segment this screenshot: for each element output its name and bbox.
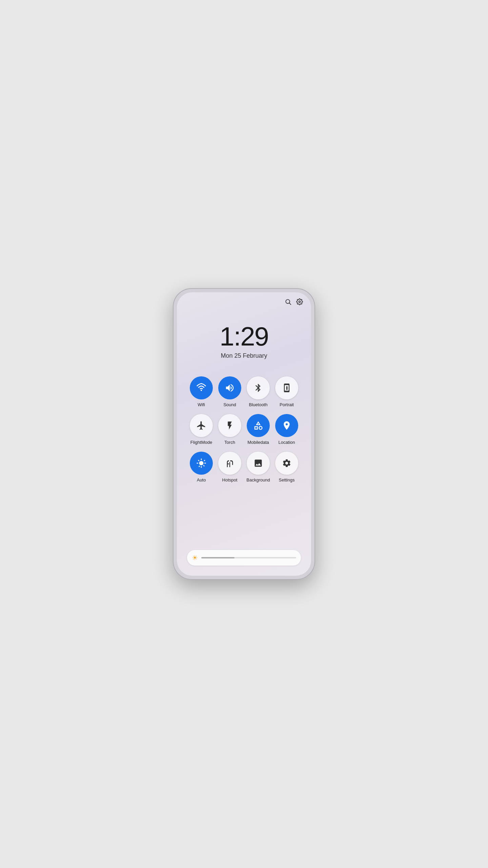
quick-tiles: Wifi Sound	[177, 366, 311, 543]
flightmode-label: FlightMode	[190, 440, 212, 445]
svg-line-1	[289, 303, 291, 305]
tile-row-3: Auto Hotspot	[187, 452, 301, 482]
sound-icon-circle	[218, 376, 241, 399]
tile-mobiledata[interactable]: Mobiledata	[245, 414, 272, 445]
tile-wifi[interactable]: Wifi	[188, 376, 215, 407]
hotspot-icon-circle	[218, 452, 241, 475]
tile-flightmode[interactable]: FlightMode	[188, 414, 215, 445]
tile-settings[interactable]: Settings	[273, 452, 300, 482]
portrait-label: Portrait	[280, 402, 294, 407]
tile-row-1: Wifi Sound	[187, 376, 301, 407]
gear-icon[interactable]	[296, 298, 303, 307]
mobiledata-label: Mobiledata	[247, 440, 269, 445]
tile-background[interactable]: Background	[245, 452, 272, 482]
wifi-label: Wifi	[198, 402, 205, 407]
background-label: Background	[246, 477, 270, 482]
settings-icon-circle	[275, 452, 298, 475]
search-icon[interactable]	[285, 298, 291, 307]
brightness-fill	[201, 557, 235, 558]
brightness-section: ☀	[177, 543, 311, 576]
svg-point-2	[299, 301, 301, 303]
settings-label: Settings	[279, 477, 295, 482]
clock-date: Mon 25 February	[221, 352, 267, 359]
hotspot-label: Hotspot	[222, 477, 238, 482]
flightmode-icon-circle	[190, 414, 213, 437]
brightness-sun-icon: ☀	[192, 554, 198, 562]
location-icon-circle	[275, 414, 298, 437]
phone-screen: 1:29 Mon 25 February Wifi	[177, 292, 311, 576]
tile-hotspot[interactable]: Hotspot	[216, 452, 243, 482]
brightness-bar[interactable]: ☀	[187, 550, 301, 566]
tile-location[interactable]: Location	[273, 414, 300, 445]
location-label: Location	[278, 440, 295, 445]
tile-bluetooth[interactable]: Bluetooth	[245, 376, 272, 407]
auto-label: Auto	[197, 477, 206, 482]
tile-portrait[interactable]: Portrait	[273, 376, 300, 407]
wifi-icon-circle	[190, 376, 213, 399]
background-icon-circle	[247, 452, 270, 475]
bluetooth-label: Bluetooth	[249, 402, 268, 407]
brightness-track	[201, 557, 296, 558]
status-bar	[177, 292, 311, 310]
bluetooth-icon-circle	[247, 376, 270, 399]
tile-sound[interactable]: Sound	[216, 376, 243, 407]
portrait-icon-circle	[275, 376, 298, 399]
clock-time: 1:29	[220, 323, 268, 350]
auto-icon-circle	[190, 452, 213, 475]
tile-row-2: FlightMode Torch	[187, 414, 301, 445]
clock-section: 1:29 Mon 25 February	[177, 310, 311, 366]
torch-label: Torch	[224, 440, 235, 445]
phone-device: 1:29 Mon 25 February Wifi	[173, 288, 315, 580]
tile-auto[interactable]: Auto	[188, 452, 215, 482]
torch-icon-circle	[218, 414, 241, 437]
mobiledata-icon-circle	[247, 414, 270, 437]
sound-label: Sound	[223, 402, 236, 407]
tile-torch[interactable]: Torch	[216, 414, 243, 445]
